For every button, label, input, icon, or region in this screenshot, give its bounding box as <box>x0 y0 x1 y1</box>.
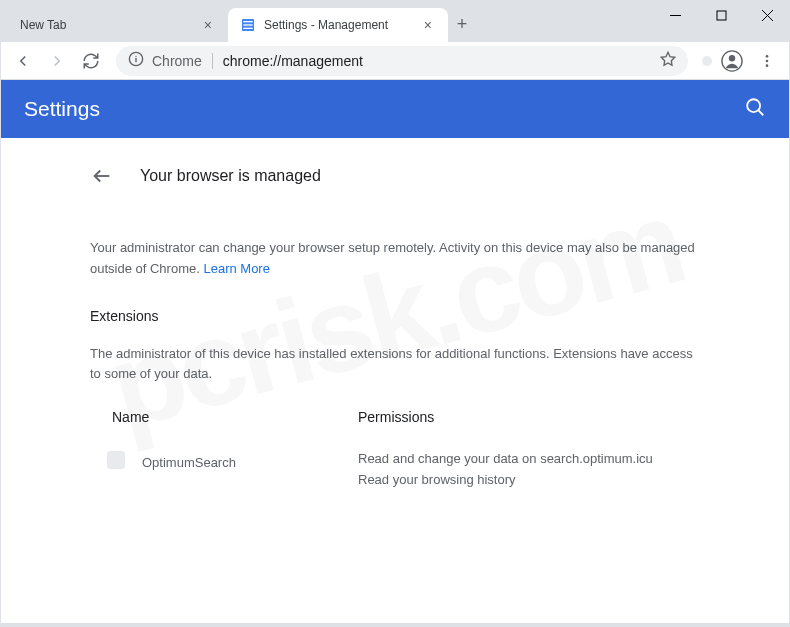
tab-settings-management[interactable]: Settings - Management × <box>228 8 448 42</box>
svg-rect-1 <box>243 21 252 22</box>
extensions-section-desc: The administrator of this device has ins… <box>90 344 700 386</box>
extensions-section-title: Extensions <box>90 308 700 324</box>
main-panel: Your administrator can change your brows… <box>90 238 700 491</box>
settings-header-title: Settings <box>24 97 744 121</box>
column-header-permissions: Permissions <box>358 409 434 425</box>
tab-strip: New Tab × Settings - Management × + <box>0 0 652 42</box>
toolbar-right <box>702 46 782 76</box>
tab-new-tab[interactable]: New Tab × <box>8 8 228 42</box>
settings-header: Settings <box>0 80 790 138</box>
table-header: Name Permissions <box>90 409 700 425</box>
minimize-button[interactable] <box>652 0 698 30</box>
extension-icon-cell <box>90 449 142 469</box>
back-arrow-button[interactable] <box>82 156 122 196</box>
svg-point-16 <box>766 64 769 67</box>
tab-title: Settings - Management <box>264 18 412 32</box>
menu-button[interactable] <box>752 46 782 76</box>
column-header-name: Name <box>90 409 358 425</box>
svg-point-17 <box>747 99 760 112</box>
address-scheme: Chrome <box>152 53 213 69</box>
svg-point-15 <box>766 59 769 62</box>
close-icon[interactable]: × <box>420 15 436 35</box>
extensions-table: Name Permissions OptimumSearch Read and … <box>90 409 700 491</box>
forward-button[interactable] <box>42 46 72 76</box>
close-icon[interactable]: × <box>200 15 216 35</box>
settings-content: Your browser is managed Your administrat… <box>0 138 790 491</box>
extension-indicator-icon[interactable] <box>702 56 712 66</box>
browser-toolbar: Chrome chrome://management <box>0 42 790 80</box>
extension-permissions: Read and change your data on search.opti… <box>358 449 653 491</box>
svg-rect-3 <box>243 28 252 29</box>
reload-button[interactable] <box>76 46 106 76</box>
extension-icon <box>107 451 125 469</box>
svg-point-13 <box>729 55 735 61</box>
management-info-text: Your administrator can change your brows… <box>90 238 700 280</box>
extension-name: OptimumSearch <box>142 449 358 470</box>
account-icon[interactable] <box>718 47 746 75</box>
settings-icon <box>240 17 256 33</box>
table-row: OptimumSearch Read and change your data … <box>90 449 700 491</box>
page-subheader: Your browser is managed <box>0 138 790 214</box>
back-button[interactable] <box>8 46 38 76</box>
close-window-button[interactable] <box>744 0 790 30</box>
svg-point-14 <box>766 55 769 58</box>
svg-rect-2 <box>243 24 252 25</box>
info-icon <box>128 51 144 70</box>
new-tab-button[interactable]: + <box>448 10 476 38</box>
window-controls <box>652 0 790 30</box>
bookmark-icon[interactable] <box>660 51 676 70</box>
tab-title: New Tab <box>20 18 192 32</box>
maximize-button[interactable] <box>698 0 744 30</box>
svg-marker-11 <box>661 52 674 65</box>
search-button[interactable] <box>744 96 766 122</box>
page-title: Your browser is managed <box>140 167 321 185</box>
address-bar[interactable]: Chrome chrome://management <box>116 46 688 76</box>
window-titlebar: New Tab × Settings - Management × + <box>0 0 790 42</box>
svg-line-18 <box>758 110 763 115</box>
learn-more-link[interactable]: Learn More <box>203 261 269 276</box>
address-url: chrome://management <box>223 53 652 69</box>
svg-rect-5 <box>717 11 726 20</box>
